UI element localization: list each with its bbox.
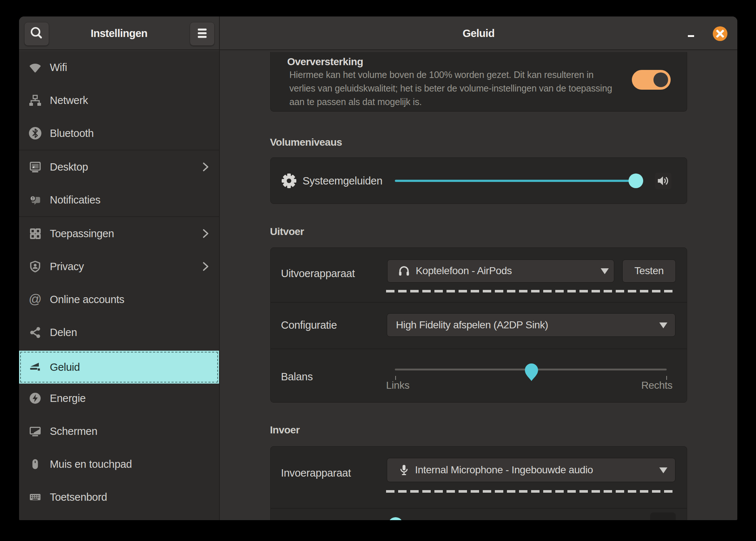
svg-text:@: @	[29, 293, 42, 306]
